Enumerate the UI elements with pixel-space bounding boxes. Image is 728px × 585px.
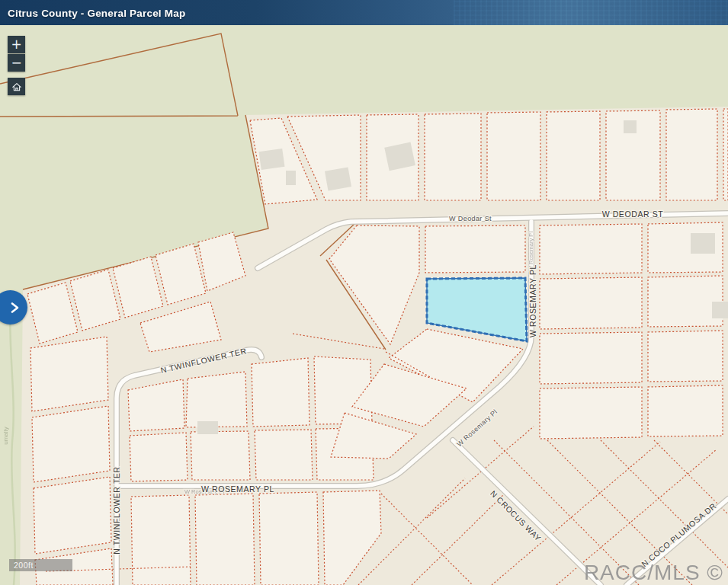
chevron-right-icon xyxy=(7,300,22,315)
street-label-deodar: W DEODAR ST xyxy=(602,209,664,219)
page-title: Citrus County - General Parcel Map xyxy=(8,7,185,18)
street-label-twinflower-vertical: N TWINFLOWER TER xyxy=(112,466,121,554)
parcel[interactable] xyxy=(186,372,247,427)
parcel[interactable] xyxy=(648,276,723,327)
parcel[interactable] xyxy=(648,385,723,436)
parcel[interactable] xyxy=(32,406,110,482)
parcel[interactable] xyxy=(540,277,642,329)
parcel[interactable] xyxy=(130,433,188,481)
street-label-faint-left-trail: umalty xyxy=(2,427,9,445)
parcel[interactable] xyxy=(191,431,250,480)
home-button[interactable] xyxy=(8,78,25,95)
parcel[interactable] xyxy=(547,111,600,200)
parcel[interactable] xyxy=(34,477,111,554)
street-label-deodar-small: W Deodar St xyxy=(449,215,492,222)
parcel[interactable] xyxy=(540,224,642,274)
parcel[interactable] xyxy=(723,109,728,200)
street-label-rosemary-horizontal: W ROSEMARY PL xyxy=(201,484,274,494)
parcel[interactable] xyxy=(425,225,525,273)
parcel[interactable] xyxy=(540,387,642,439)
parcel[interactable] xyxy=(666,109,717,200)
app-window: W Deodar St W DEODAR ST W Rosemary Pl W … xyxy=(0,0,728,585)
parcel[interactable] xyxy=(648,331,723,382)
parcel[interactable] xyxy=(540,332,642,384)
parcel[interactable] xyxy=(30,337,108,411)
home-icon xyxy=(11,81,23,93)
map-canvas[interactable]: W Deodar St W DEODAR ST W Rosemary Pl W … xyxy=(0,0,728,585)
scale-bar: 200ft xyxy=(9,559,72,571)
parcel[interactable] xyxy=(252,358,309,427)
zoom-out-button[interactable]: − xyxy=(8,54,25,72)
parcel[interactable] xyxy=(314,356,372,424)
parcel[interactable] xyxy=(425,113,481,200)
zoom-in-button[interactable]: + xyxy=(8,36,25,53)
parcel[interactable] xyxy=(131,495,191,585)
parcel[interactable] xyxy=(195,494,255,585)
parcel[interactable] xyxy=(255,430,313,480)
header-bar: Citrus County - General Parcel Map xyxy=(0,0,728,25)
parcel[interactable] xyxy=(259,492,319,585)
parcel[interactable] xyxy=(487,112,540,200)
watermark: RACC/MLS © xyxy=(584,561,723,585)
street-label-rosemary-vertical: W ROSEMARY PL xyxy=(528,264,537,337)
